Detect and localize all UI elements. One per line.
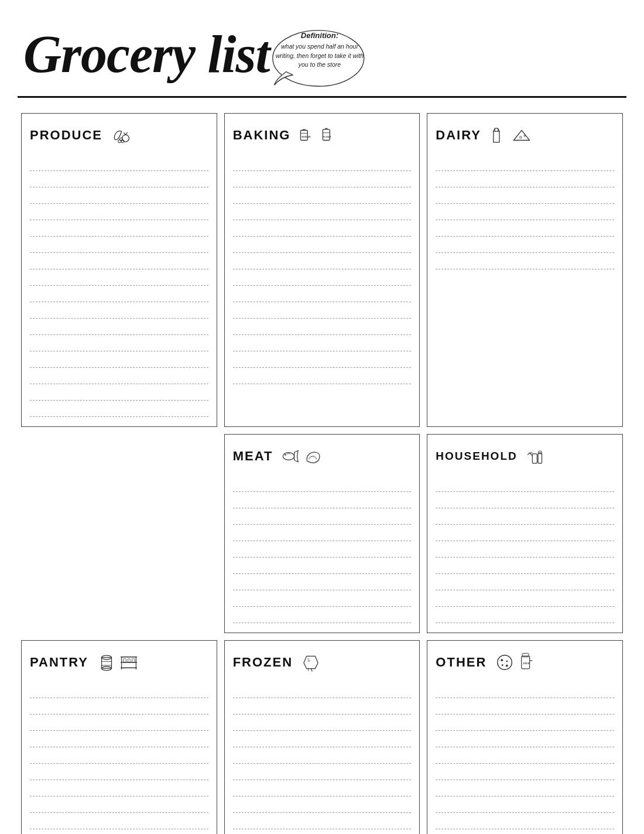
write-line[interactable] [436,493,614,508]
write-line[interactable] [30,765,208,780]
write-line[interactable] [436,683,614,698]
write-line[interactable] [233,336,412,351]
write-line[interactable] [436,814,614,829]
write-line[interactable] [30,699,208,715]
write-line[interactable] [436,798,614,813]
write-line[interactable] [233,575,412,590]
write-line[interactable] [233,320,412,335]
write-line[interactable] [30,271,208,286]
write-line[interactable] [30,798,208,813]
svg-rect-21 [128,659,130,662]
svg-point-10 [520,136,522,138]
write-line[interactable] [233,542,412,558]
write-line[interactable] [30,156,208,171]
write-line[interactable] [436,156,614,171]
svg-point-23 [498,655,512,670]
write-line[interactable] [233,765,412,780]
write-line[interactable] [436,477,614,492]
write-line[interactable] [233,156,412,171]
section-produce: PRODUCE [21,113,217,427]
write-line[interactable] [436,765,614,780]
write-line[interactable] [436,510,614,525]
write-line[interactable] [30,716,208,731]
write-line[interactable] [30,748,208,764]
write-line[interactable] [436,575,614,590]
write-line[interactable] [233,303,412,319]
svg-point-1 [122,135,129,142]
write-line[interactable] [233,287,412,302]
write-line[interactable] [436,542,614,558]
write-line[interactable] [436,699,614,715]
section-other: OTHER JUICE [427,640,623,834]
write-line[interactable] [436,830,614,834]
write-line[interactable] [30,781,208,797]
household-lines [436,477,614,624]
write-line[interactable] [436,608,614,623]
write-line[interactable] [233,353,412,368]
write-line[interactable] [436,526,614,541]
write-line[interactable] [233,189,412,204]
write-line[interactable] [30,254,208,269]
write-line[interactable] [233,221,412,237]
write-line[interactable] [233,592,412,607]
write-line[interactable] [233,254,412,269]
write-line[interactable] [233,781,412,797]
write-line[interactable] [436,221,614,237]
write-line[interactable] [233,493,412,508]
write-line[interactable] [436,592,614,607]
write-line[interactable] [30,369,208,384]
write-line[interactable] [30,205,208,220]
write-line[interactable] [233,559,412,574]
write-line[interactable] [233,732,412,747]
svg-point-25 [506,661,508,662]
write-line[interactable] [30,402,208,417]
write-line[interactable] [30,189,208,204]
write-line[interactable] [233,748,412,764]
write-line[interactable] [436,205,614,220]
write-line[interactable] [436,559,614,574]
write-line[interactable] [30,683,208,698]
write-line[interactable] [233,526,412,541]
header: Grocery list Definition: what you spend … [0,0,644,96]
write-line[interactable] [233,510,412,525]
write-line[interactable] [30,287,208,302]
write-line[interactable] [30,221,208,237]
write-line[interactable] [233,608,412,623]
write-line[interactable] [233,271,412,286]
write-line[interactable] [30,385,208,401]
section-dairy: DAIRY [427,113,623,427]
produce-icon [111,125,131,145]
write-line[interactable] [30,830,208,834]
write-line[interactable] [30,732,208,747]
write-line[interactable] [233,699,412,715]
write-line[interactable] [233,683,412,698]
write-line[interactable] [233,477,412,492]
write-line[interactable] [436,189,614,204]
write-line[interactable] [233,205,412,220]
write-line[interactable] [233,830,412,834]
write-line[interactable] [233,369,412,384]
write-line[interactable] [233,798,412,813]
write-line[interactable] [436,238,614,253]
write-line[interactable] [436,172,614,187]
write-line[interactable] [233,172,412,187]
write-line[interactable] [436,254,614,269]
write-line[interactable] [30,814,208,829]
svg-point-13 [285,454,286,455]
frozen-lines [233,683,412,834]
write-line[interactable] [30,353,208,368]
write-line[interactable] [436,716,614,731]
write-line[interactable] [30,238,208,253]
write-line[interactable] [30,336,208,351]
produce-title: PRODUCE [30,128,102,143]
write-line[interactable] [436,748,614,764]
write-line[interactable] [233,238,412,253]
write-line[interactable] [436,732,614,747]
write-line[interactable] [30,303,208,319]
write-line[interactable] [436,781,614,797]
write-line[interactable] [233,814,412,829]
write-line[interactable] [30,320,208,335]
write-line[interactable] [233,716,412,731]
write-line[interactable] [30,172,208,187]
svg-rect-20 [124,659,126,662]
